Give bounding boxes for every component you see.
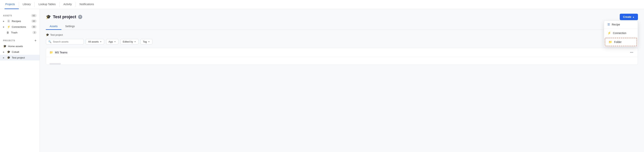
sidebar-projects-header: PROJECTS + bbox=[0, 38, 40, 43]
search-icon: 🔍 bbox=[48, 40, 51, 43]
recipe-dropdown-label: Recipe bbox=[612, 23, 620, 26]
search-box[interactable]: 🔍 bbox=[46, 39, 84, 44]
cobalt-chevron: ▶ bbox=[3, 51, 5, 53]
nav-item-lookup-tables[interactable]: Lookup Tables bbox=[35, 0, 59, 9]
breadcrumb-text: Test project bbox=[50, 33, 63, 36]
top-nav: Projects Library Lookup Tables Activity … bbox=[0, 0, 644, 9]
tab-assets[interactable]: Assets bbox=[46, 23, 62, 30]
recipes-count: 63 bbox=[31, 20, 36, 23]
connections-icon: ⚡ bbox=[7, 25, 10, 28]
filters-row: 🔍 All assets ▼ App ▼ Edited by ▼ Tag ▼ bbox=[46, 39, 638, 44]
tabs-row: Assets Settings bbox=[46, 23, 638, 30]
connection-dropdown-icon: ⚡ bbox=[608, 31, 611, 35]
sidebar-item-home-assets[interactable]: 🎓 Home assets bbox=[0, 43, 40, 49]
connection-dropdown-label: Connection bbox=[613, 32, 626, 35]
app-label: App bbox=[108, 40, 113, 43]
create-button[interactable]: Create ▲ bbox=[620, 14, 638, 20]
ms-teams-folder-icon: 📁 bbox=[50, 51, 53, 54]
tag-chevron: ▼ bbox=[148, 41, 150, 43]
sidebar: ASSETS 93 ▶ ☰ Recipes 63 ▶ ⚡ Connections… bbox=[0, 9, 40, 152]
tag-label: Tag bbox=[143, 40, 147, 43]
dropdown-item-recipe[interactable]: ☰ Recipe bbox=[604, 21, 638, 28]
nav-item-activity[interactable]: Activity bbox=[60, 0, 76, 9]
trash-icon: 🗑 bbox=[6, 31, 10, 34]
recipes-chevron: ▶ bbox=[3, 20, 5, 22]
connections-label: Connections bbox=[12, 26, 30, 28]
home-assets-label: Home assets bbox=[8, 45, 36, 48]
edited-by-chevron: ▼ bbox=[134, 41, 136, 43]
tab-settings[interactable]: Settings bbox=[62, 23, 79, 30]
cobalt-icon: 🎓 bbox=[7, 50, 10, 53]
folder-dropdown-label: Folder bbox=[614, 40, 622, 43]
sidebar-item-connections[interactable]: ▶ ⚡ Connections 30 bbox=[0, 24, 40, 30]
home-assets-icon: 🎓 bbox=[3, 45, 6, 48]
trash-count: 3 bbox=[32, 31, 36, 34]
breadcrumb-icon: 🎓 bbox=[46, 33, 49, 36]
main-layout: ASSETS 93 ▶ ☰ Recipes 63 ▶ ⚡ Connections… bbox=[0, 9, 644, 152]
trash-label: Trash bbox=[11, 31, 31, 34]
dropdown-item-folder[interactable]: 📁 Folder bbox=[605, 38, 636, 46]
app-filter[interactable]: App ▼ bbox=[106, 39, 118, 44]
assets-table: 📁 MS Teams ••• bbox=[46, 48, 638, 65]
app-chevron: ▼ bbox=[114, 41, 116, 43]
test-project-label: Test project bbox=[12, 56, 36, 59]
recipes-label: Recipes bbox=[12, 20, 30, 23]
breadcrumb: 🎓 Test project bbox=[46, 33, 638, 36]
create-chevron-icon: ▲ bbox=[632, 16, 634, 18]
sidebar-item-recipes[interactable]: ▶ ☰ Recipes 63 bbox=[0, 18, 40, 24]
recipes-icon: ☰ bbox=[7, 20, 10, 23]
search-input[interactable] bbox=[53, 40, 81, 43]
test-project-chevron: ▶ bbox=[3, 57, 5, 59]
partial-bar bbox=[50, 63, 61, 65]
page-header: 🎓 Test project T Create ▲ bbox=[46, 14, 638, 20]
sidebar-item-trash[interactable]: 🗑 Trash 3 bbox=[0, 30, 40, 35]
folder-dropdown-icon: 📁 bbox=[608, 40, 612, 44]
ms-teams-name: MS Teams bbox=[55, 51, 627, 54]
test-project-icon: 🎓 bbox=[7, 56, 10, 59]
all-assets-chevron: ▼ bbox=[100, 41, 102, 43]
dropdown-item-connection[interactable]: ⚡ Connection bbox=[604, 29, 638, 37]
main-content: 🎓 Test project T Create ▲ Assets Setting… bbox=[40, 9, 644, 152]
nav-item-notifications[interactable]: Notifications bbox=[76, 0, 98, 9]
folder-item-wrapper: 📁 Folder bbox=[605, 38, 637, 46]
add-project-button[interactable]: + bbox=[34, 39, 36, 42]
all-assets-filter[interactable]: All assets ▼ bbox=[86, 39, 104, 44]
page-title: Test project bbox=[53, 15, 76, 19]
cobalt-label: Cobalt bbox=[12, 50, 36, 53]
dropdown-divider-2 bbox=[604, 37, 638, 37]
recipe-dropdown-icon: ☰ bbox=[608, 23, 610, 26]
connections-count: 30 bbox=[31, 25, 36, 28]
nav-item-library[interactable]: Library bbox=[19, 0, 35, 9]
tag-filter[interactable]: Tag ▼ bbox=[140, 39, 152, 44]
page-title-project-icon: 🎓 bbox=[46, 15, 51, 19]
page-title-area: 🎓 Test project T bbox=[46, 15, 82, 19]
all-assets-label: All assets bbox=[88, 40, 99, 43]
connections-chevron: ▶ bbox=[3, 26, 5, 28]
table-row[interactable]: 📁 MS Teams ••• bbox=[46, 48, 638, 57]
create-label: Create bbox=[623, 15, 632, 18]
edited-by-label: Edited by bbox=[123, 40, 133, 43]
dropdown-divider-1 bbox=[604, 29, 638, 29]
sidebar-item-test-project[interactable]: ▶ 🎓 Test project bbox=[0, 55, 40, 60]
nav-item-projects[interactable]: Projects bbox=[4, 0, 19, 9]
create-dropdown-menu: ☰ Recipe ⚡ Connection 📁 Folder bbox=[604, 21, 638, 47]
ms-teams-more-button[interactable]: ••• bbox=[629, 50, 634, 54]
assets-count: 93 bbox=[31, 14, 36, 17]
edited-by-filter[interactable]: Edited by ▼ bbox=[120, 39, 138, 44]
sidebar-assets-header: ASSETS 93 bbox=[0, 13, 40, 18]
asset-row-partial bbox=[46, 57, 638, 65]
sidebar-item-cobalt[interactable]: ▶ 🎓 Cobalt bbox=[0, 49, 40, 55]
project-badge: T bbox=[78, 15, 82, 19]
